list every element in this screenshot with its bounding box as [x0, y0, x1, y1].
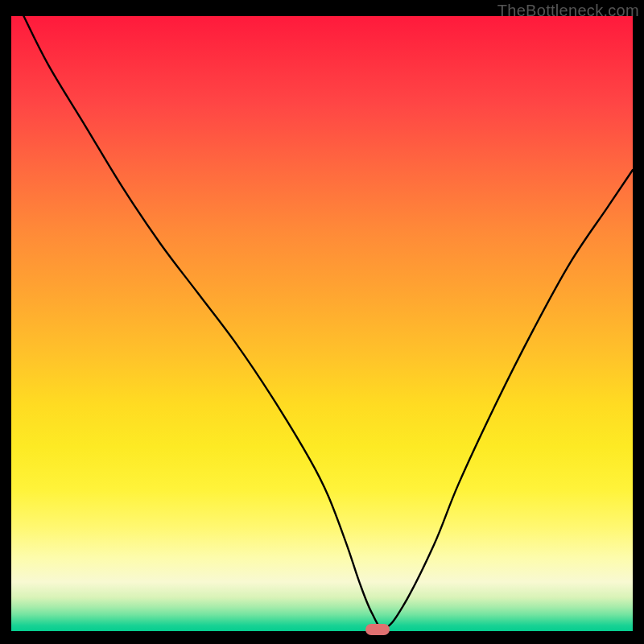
- plot-area: [11, 16, 633, 631]
- watermark-text: TheBottleneck.com: [497, 2, 639, 20]
- bottleneck-curve: [11, 16, 633, 631]
- chart-frame: TheBottleneck.com: [0, 0, 644, 644]
- optimal-point-marker: [365, 624, 390, 635]
